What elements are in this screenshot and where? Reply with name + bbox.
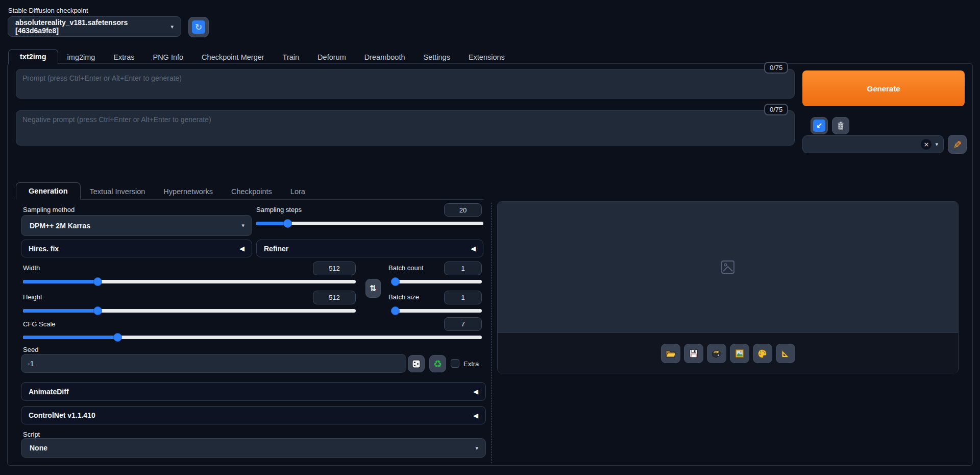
swap-width-height-button[interactable]: ⇅ xyxy=(365,279,381,298)
negative-prompt-input[interactable] xyxy=(16,111,794,145)
open-folder-button[interactable] xyxy=(661,344,680,363)
batch-count-slider[interactable] xyxy=(391,277,482,286)
tab-checkpoint-merger[interactable]: Checkpoint Merger xyxy=(192,50,274,64)
tab-png-info[interactable]: PNG Info xyxy=(143,50,192,64)
save-icon xyxy=(689,348,699,359)
slider-thumb[interactable] xyxy=(391,277,400,286)
height-numbox[interactable] xyxy=(313,291,356,304)
sub-tab-underline xyxy=(16,199,483,200)
height-slider[interactable] xyxy=(23,306,356,315)
batch-size-numbox[interactable] xyxy=(444,291,482,304)
tab-extensions[interactable]: Extensions xyxy=(459,50,514,64)
generate-button[interactable]: Generate xyxy=(802,70,965,106)
slider-track[interactable] xyxy=(391,309,482,313)
random-seed-button[interactable] xyxy=(408,355,425,372)
paste-generation-params-button[interactable]: ↙ xyxy=(811,117,828,134)
cfg-scale-numbox[interactable] xyxy=(444,317,482,331)
negative-prompt-token-counter: 0/75 xyxy=(764,104,788,115)
batch-count-label: Batch count xyxy=(388,264,424,272)
styles-input[interactable] xyxy=(803,136,905,153)
clear-prompt-button[interactable] xyxy=(832,117,849,134)
palette-icon xyxy=(757,348,768,359)
output-image-area xyxy=(498,202,958,332)
seed-box[interactable] xyxy=(21,354,406,373)
slider-track[interactable] xyxy=(391,280,482,283)
width-value[interactable] xyxy=(313,262,356,275)
tab-deforum[interactable]: Deforum xyxy=(308,50,355,64)
seed-input[interactable] xyxy=(21,354,406,373)
chevron-down-icon: ▾ xyxy=(170,23,174,30)
tab-lora[interactable]: Lora xyxy=(281,183,314,200)
tab-txt2img[interactable]: txt2img xyxy=(8,49,58,64)
script-dropdown[interactable]: None ▾ xyxy=(21,438,486,458)
pencil-icon: ✎ xyxy=(951,140,963,149)
sampling-steps-value[interactable] xyxy=(444,203,482,217)
tab-textual-inversion[interactable]: Textual Inversion xyxy=(81,183,155,200)
sub-tab-bar: Generation Textual Inversion Hypernetwor… xyxy=(16,180,314,200)
recycle-icon: ♻ xyxy=(433,358,442,369)
slider-thumb[interactable] xyxy=(283,219,292,228)
tab-generation[interactable]: Generation xyxy=(16,182,81,200)
refiner-accordion[interactable]: Refiner ◀ xyxy=(256,240,483,257)
accordion-collapsed-icon: ◀ xyxy=(473,388,478,395)
batch-count-numbox[interactable] xyxy=(444,262,482,275)
controlnet-accordion[interactable]: ControlNet v1.1.410 ◀ xyxy=(21,406,486,424)
chevron-down-icon: ▾ xyxy=(241,222,244,229)
sampling-steps-slider[interactable] xyxy=(256,219,483,228)
script-label: Script xyxy=(23,431,40,438)
save-image-button[interactable] xyxy=(684,344,703,363)
extra-seed-checkbox[interactable] xyxy=(451,359,459,368)
cfg-scale-label: CFG Scale xyxy=(23,320,56,328)
tab-extras[interactable]: Extras xyxy=(104,50,143,64)
reuse-seed-button[interactable]: ♻ xyxy=(429,355,446,372)
batch-size-slider[interactable] xyxy=(391,306,482,315)
paste-arrow-icon: ↙ xyxy=(813,120,825,132)
refresh-icon: ↻ xyxy=(192,20,205,34)
tab-checkpoints[interactable]: Checkpoints xyxy=(222,183,281,200)
sampling-steps-label: Sampling steps xyxy=(256,206,302,213)
slider-thumb[interactable] xyxy=(93,277,102,286)
tab-img2img[interactable]: img2img xyxy=(58,50,105,64)
sampling-method-label: Sampling method xyxy=(23,206,75,213)
image-placeholder-icon xyxy=(720,259,736,275)
width-numbox[interactable] xyxy=(313,262,356,275)
accordion-collapsed-icon: ◀ xyxy=(239,245,244,252)
edit-styles-button[interactable]: ✎ xyxy=(948,135,967,154)
batch-size-value[interactable] xyxy=(444,291,482,304)
height-value[interactable] xyxy=(313,291,356,304)
slider-thumb[interactable] xyxy=(93,306,102,315)
gallery-toolbar xyxy=(498,332,958,373)
prompt-input[interactable] xyxy=(16,69,794,98)
cfg-scale-value[interactable] xyxy=(444,317,482,331)
slider-thumb[interactable] xyxy=(391,306,400,315)
tab-settings[interactable]: Settings xyxy=(414,50,459,64)
send-to-extras-button[interactable] xyxy=(776,344,795,363)
styles-dropdown[interactable]: × ▾ xyxy=(802,135,944,153)
save-zip-button[interactable] xyxy=(707,344,726,363)
sampling-method-dropdown[interactable]: DPM++ 2M Karras ▾ xyxy=(21,215,252,236)
folder-icon xyxy=(665,348,676,359)
checkpoint-value: absolutereality_v181.safetensors [463d6a… xyxy=(15,18,170,35)
send-to-img2img-button[interactable] xyxy=(730,344,749,363)
checkpoint-label: Stable Diffusion checkpoint xyxy=(8,7,88,14)
slider-thumb[interactable] xyxy=(113,333,122,342)
seed-label: Seed xyxy=(23,346,38,353)
dice-icon xyxy=(411,359,421,369)
prompt-box xyxy=(16,69,795,99)
hires-fix-accordion[interactable]: Hires. fix ◀ xyxy=(21,240,252,257)
column-resize-handle[interactable] xyxy=(491,203,492,463)
refresh-checkpoint-button[interactable]: ↻ xyxy=(188,17,209,37)
width-slider[interactable] xyxy=(23,277,356,286)
clear-styles-icon[interactable]: × xyxy=(921,139,932,150)
sampling-steps-numbox[interactable] xyxy=(444,203,482,217)
batch-count-value[interactable] xyxy=(444,262,482,275)
batch-size-label: Batch size xyxy=(388,293,419,301)
checkpoint-dropdown[interactable]: absolutereality_v181.safetensors [463d6a… xyxy=(8,16,181,37)
animatediff-accordion[interactable]: AnimateDiff ◀ xyxy=(21,382,486,401)
tab-dreambooth[interactable]: Dreambooth xyxy=(355,50,414,64)
send-to-inpaint-button[interactable] xyxy=(753,344,772,363)
tab-hypernetworks[interactable]: Hypernetworks xyxy=(154,183,222,200)
main-tab-bar: txt2img img2img Extras PNG Info Checkpoi… xyxy=(8,50,514,64)
tab-train[interactable]: Train xyxy=(274,50,309,64)
cfg-scale-slider[interactable] xyxy=(23,332,482,342)
